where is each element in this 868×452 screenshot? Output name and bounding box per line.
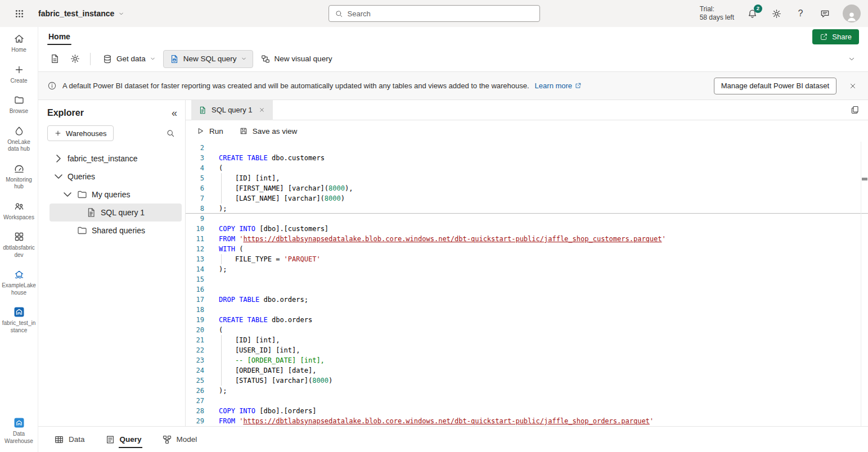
- editor-line-26[interactable]: 26);: [186, 386, 868, 396]
- close-tab-button[interactable]: [257, 105, 267, 115]
- add-warehouses-button[interactable]: Warehouses: [47, 125, 114, 141]
- code-token: https://dbtlabsynapsedatalake.blob.core.…: [243, 417, 649, 425]
- line-number: 3: [186, 153, 204, 163]
- editor-line-28[interactable]: 28COPY INTO [dbo].[orders]: [186, 406, 868, 416]
- rail-item-label: ExampleLakehouse: [2, 282, 37, 296]
- tab-home[interactable]: Home: [47, 27, 71, 46]
- rail-item-monitoring-hub[interactable]: Monitoring hub: [0, 158, 38, 196]
- code-token: COPY: [219, 225, 235, 233]
- run-button[interactable]: Run: [196, 126, 223, 135]
- editor-line-22[interactable]: 22 [USER_ID] [int],: [186, 345, 868, 355]
- home-row: Home Share: [38, 27, 868, 46]
- editor-line-3[interactable]: 3CREATE TABLE dbo.customers: [186, 153, 868, 163]
- notifications-button[interactable]: 2: [746, 7, 758, 20]
- help-button[interactable]: ?: [794, 7, 807, 20]
- share-button[interactable]: Share: [812, 29, 859, 44]
- settings-button[interactable]: [770, 7, 782, 20]
- save-as-view-button[interactable]: Save as view: [239, 126, 298, 135]
- new-report-button[interactable]: [45, 50, 64, 68]
- editor-line-12[interactable]: 12WITH (: [186, 244, 868, 254]
- tree-item-fabric-test-instance[interactable]: fabric_test_instance: [50, 150, 182, 168]
- code-line: FROM 'https://dbtlabsynapsedatalake.blob…: [204, 234, 868, 244]
- account-avatar[interactable]: [843, 4, 861, 22]
- editor-line-29[interactable]: 29FROM 'https://dbtlabsynapsedatalake.bl…: [186, 416, 868, 426]
- lakehouse-icon: [14, 269, 25, 280]
- explorer-search-button[interactable]: [164, 126, 177, 140]
- editor-line-13[interactable]: 13 FILE_TYPE = 'PARQUET': [186, 254, 868, 264]
- editor-line-25[interactable]: 25 [STATUS] [varchar](8000): [186, 376, 868, 386]
- line-number: 17: [186, 295, 204, 305]
- workspace-switcher[interactable]: fabric_test_instance: [38, 9, 124, 18]
- collapse-ribbon-button[interactable]: [842, 50, 861, 68]
- chevron-right-icon[interactable]: [52, 152, 65, 165]
- bottom-bar: DataQueryModel: [38, 426, 868, 452]
- search-box[interactable]: [329, 5, 540, 22]
- rail-item-dbtlabsfabricdev[interactable]: dbtlabsfabricdev: [0, 226, 38, 264]
- editor-line-8[interactable]: 8);: [186, 204, 868, 214]
- bottom-tab-model[interactable]: Model: [154, 427, 205, 452]
- rail-item-workspaces[interactable]: Workspaces: [0, 196, 38, 227]
- code-line: [204, 284, 868, 295]
- feedback-button[interactable]: [818, 7, 831, 20]
- editor-line-19[interactable]: 19CREATE TABLE dbo.orders: [186, 315, 868, 325]
- tree-item-queries[interactable]: Queries: [50, 168, 182, 186]
- editor-line-24[interactable]: 24 [ORDER_DATE] [date],: [186, 365, 868, 376]
- sql-editor[interactable]: 23CREATE TABLE dbo.customers4(5 [ID] [in…: [186, 142, 868, 426]
- editor-line-23[interactable]: 23 -- [ORDER_DATE] [int],: [186, 355, 868, 365]
- tree-indent-spacer: [61, 224, 74, 237]
- tab-sql-query-1[interactable]: SQL query 1: [191, 100, 273, 120]
- editor-line-5[interactable]: 5 [ID] [int],: [186, 173, 868, 183]
- copy-button[interactable]: [848, 103, 861, 117]
- copy-icon: [850, 105, 860, 115]
- editor-line-16[interactable]: 16: [186, 284, 868, 295]
- rail-item-onelake-data-hub[interactable]: OneLake data hub: [0, 120, 38, 158]
- editor-scrollbar[interactable]: [861, 142, 868, 426]
- ribbon-settings-button[interactable]: [65, 50, 84, 68]
- line-number: 6: [186, 183, 204, 193]
- search-input[interactable]: [348, 10, 534, 18]
- rail-item-data-warehouse[interactable]: Data Warehouse: [0, 412, 38, 450]
- bottom-tab-query[interactable]: Query: [97, 427, 150, 452]
- editor-line-21[interactable]: 21 [ID] [int],: [186, 335, 868, 345]
- banner-close-button[interactable]: [847, 80, 859, 92]
- new-sql-query-button[interactable]: New SQL query: [163, 50, 253, 68]
- editor-line-20[interactable]: 20(: [186, 325, 868, 335]
- editor-line-18[interactable]: 18: [186, 305, 868, 315]
- editor-line-2[interactable]: 2: [186, 143, 868, 153]
- editor-line-27[interactable]: 27: [186, 396, 868, 406]
- editor-line-14[interactable]: 14);: [186, 264, 868, 274]
- editor-line-4[interactable]: 4(: [186, 163, 868, 173]
- line-number: 7: [186, 193, 204, 204]
- tree-item-my-queries[interactable]: My queries: [50, 186, 182, 204]
- new-visual-query-button[interactable]: New visual query: [254, 50, 339, 68]
- rail-item-fabric-test-instance[interactable]: fabric_test_instance: [0, 301, 38, 339]
- editor-line-15[interactable]: 15: [186, 274, 868, 284]
- chevron-down-icon[interactable]: [61, 188, 74, 201]
- tree-item-sql-query-1[interactable]: SQL query 1: [50, 204, 182, 222]
- tree-item-shared-queries[interactable]: Shared queries: [50, 222, 182, 239]
- editor-line-6[interactable]: 6 [FIRST_NAME] [varchar](8000),: [186, 183, 868, 193]
- get-data-button[interactable]: Get data: [96, 50, 162, 68]
- chevron-down-icon: [150, 56, 156, 62]
- learn-more-link[interactable]: Learn more: [535, 82, 582, 90]
- editor-line-9[interactable]: 9: [186, 214, 868, 224]
- line-number: 27: [186, 396, 204, 406]
- editor-line-7[interactable]: 7 [LAST_NAME] [varchar](8000): [186, 193, 868, 204]
- line-number: 16: [186, 284, 204, 295]
- code-token: ': [650, 417, 654, 425]
- editor-line-17[interactable]: 17DROP TABLE dbo.orders;: [186, 295, 868, 305]
- collapse-explorer-button[interactable]: «: [172, 108, 177, 118]
- rail-item-examplelakehouse[interactable]: ExampleLakehouse: [0, 264, 38, 301]
- rail-item-browse[interactable]: Browse: [0, 89, 38, 120]
- chevron-down-icon[interactable]: [52, 170, 65, 183]
- app-launcher-button[interactable]: [0, 0, 38, 27]
- plus-icon: [14, 64, 25, 75]
- rail-item-create[interactable]: Create: [0, 59, 38, 90]
- bottom-tab-data[interactable]: Data: [46, 427, 93, 452]
- tab-home-label: Home: [48, 32, 70, 41]
- editor-line-10[interactable]: 10COPY INTO [dbo].[customers]: [186, 224, 868, 234]
- editor-line-11[interactable]: 11FROM 'https://dbtlabsynapsedatalake.bl…: [186, 234, 868, 244]
- share-button-label: Share: [832, 33, 852, 41]
- manage-dataset-button[interactable]: Manage default Power BI dataset: [714, 78, 836, 94]
- rail-item-home[interactable]: Home: [0, 28, 38, 59]
